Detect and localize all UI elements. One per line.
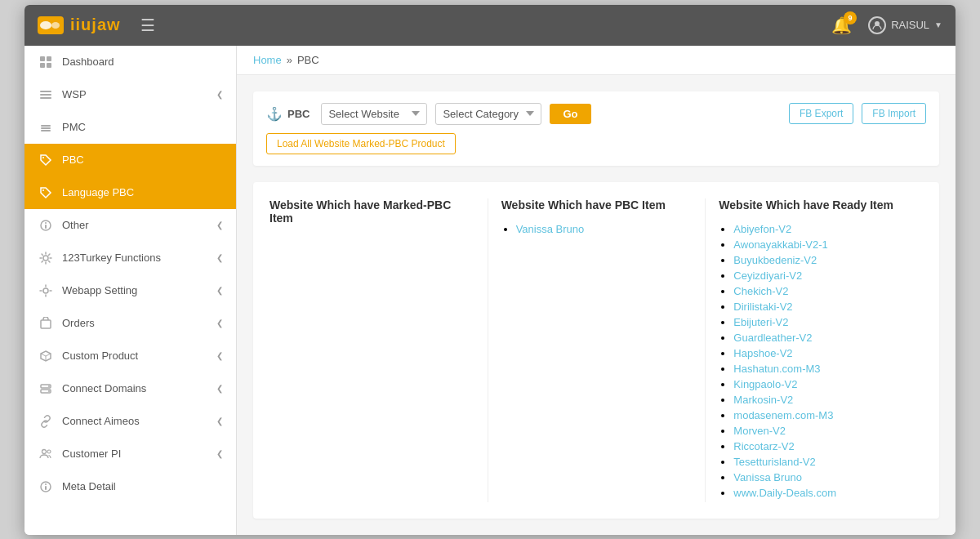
sidebar-item-pmc[interactable]: PMC bbox=[24, 111, 236, 144]
sidebar-item-123turkey[interactable]: 123Turkey Functions ❮ bbox=[24, 242, 236, 274]
user-chevron-icon: ▼ bbox=[934, 20, 942, 29]
col3-link[interactable]: Ceyizdiyari-V2 bbox=[733, 270, 802, 282]
svg-point-18 bbox=[43, 256, 48, 261]
sidebar-item-webapp-setting[interactable]: Webapp Setting ❮ bbox=[24, 274, 236, 307]
info-icon bbox=[38, 479, 54, 495]
col2-link[interactable]: Vanissa Bruno bbox=[516, 223, 585, 235]
sidebar-label-webapp: Webapp Setting bbox=[62, 284, 137, 296]
webapp-chevron-icon: ❮ bbox=[216, 286, 223, 295]
connect-domains-chevron-icon: ❮ bbox=[216, 384, 223, 393]
server-icon bbox=[38, 381, 54, 397]
sidebar-item-custom-product[interactable]: Custom Product ❮ bbox=[24, 340, 236, 372]
notification-badge: 9 bbox=[844, 11, 857, 24]
svg-point-24 bbox=[48, 390, 50, 392]
pbc-tag-icon: ⚓ bbox=[266, 106, 283, 122]
toolbar-row: ⚓ PBC Select Website Select Category Go … bbox=[253, 91, 939, 166]
list-item: www.Daily-Deals.com bbox=[733, 487, 923, 499]
svg-rect-10 bbox=[41, 125, 51, 127]
sidebar-label-connect-aimeos: Connect Aimeos bbox=[62, 415, 140, 427]
col3-link[interactable]: Buyukbedeniz-V2 bbox=[733, 254, 817, 266]
col3-link[interactable]: Vanissa Bruno bbox=[733, 471, 802, 483]
sidebar-item-pbc[interactable]: PBC bbox=[24, 144, 236, 176]
breadcrumb-home[interactable]: Home bbox=[253, 54, 282, 66]
svg-point-13 bbox=[42, 157, 44, 158]
svg-rect-20 bbox=[41, 320, 51, 328]
user-avatar bbox=[868, 16, 886, 34]
col3-link[interactable]: Markosin-V2 bbox=[733, 394, 793, 406]
sidebar-item-meta-detail[interactable]: Meta Detail bbox=[24, 470, 236, 503]
list-item: Buyukbedeniz-V2 bbox=[733, 254, 923, 266]
circle-icon bbox=[38, 217, 54, 234]
list-item: Abiyefon-V2 bbox=[733, 223, 923, 235]
svg-point-28 bbox=[45, 483, 47, 485]
svg-rect-11 bbox=[41, 127, 51, 129]
list-item: Tesetturisland-V2 bbox=[733, 456, 923, 468]
sidebar-item-customer-pi[interactable]: Customer PI ❮ bbox=[24, 438, 236, 470]
sidebar-label-customer-pi: Customer PI bbox=[62, 448, 121, 460]
sidebar-item-dashboard[interactable]: Dashboard bbox=[24, 46, 236, 78]
svg-point-0 bbox=[40, 21, 51, 29]
list-item: Dirilistaki-V2 bbox=[733, 301, 923, 313]
sidebar-label-pbc: PBC bbox=[62, 154, 84, 166]
sidebar-item-language-pbc[interactable]: Language PBC bbox=[24, 176, 236, 209]
svg-point-1 bbox=[51, 22, 60, 29]
list-item: Markosin-V2 bbox=[733, 394, 923, 406]
sidebar-label-meta-detail: Meta Detail bbox=[62, 480, 116, 492]
col3-title: Website Which have Ready Item bbox=[719, 198, 923, 212]
tag-icon-pbc bbox=[38, 152, 54, 168]
sidebar-item-orders[interactable]: Orders ❮ bbox=[24, 307, 236, 340]
col3-link[interactable]: Tesetturisland-V2 bbox=[733, 456, 815, 468]
col2-list: Vanissa Bruno bbox=[501, 223, 693, 235]
col3-link[interactable]: Dirilistaki-V2 bbox=[733, 301, 792, 313]
hamburger-icon[interactable]: ☰ bbox=[134, 12, 162, 38]
col3-link[interactable]: Ebijuteri-V2 bbox=[733, 316, 788, 328]
main-layout: Dashboard WSP ❮ PMC bbox=[24, 46, 956, 535]
col3-link[interactable]: Chekich-V2 bbox=[733, 285, 788, 297]
col3-link[interactable]: Hashatun.com-M3 bbox=[733, 363, 820, 375]
load-all-button[interactable]: Load All Website Marked-PBC Product bbox=[266, 133, 456, 154]
sidebar-item-connect-aimeos[interactable]: Connect Aimeos ❮ bbox=[24, 405, 236, 438]
website-select[interactable]: Select Website bbox=[321, 103, 427, 125]
list-item: Hashatun.com-M3 bbox=[733, 363, 923, 375]
svg-point-26 bbox=[47, 450, 51, 453]
logo-area: iiujaw bbox=[38, 16, 121, 34]
col3-link[interactable]: Awonayakkabi-V2-1 bbox=[733, 238, 827, 251]
list-item: Ceyizdiyari-V2 bbox=[733, 270, 923, 282]
sidebar-label-123turkey: 123Turkey Functions bbox=[62, 252, 161, 264]
tag2-icon bbox=[38, 185, 54, 201]
sidebar-item-other[interactable]: Other ❮ bbox=[24, 209, 236, 242]
list-icon bbox=[38, 87, 54, 103]
col3-link[interactable]: modasenem.com-M3 bbox=[733, 409, 833, 421]
list-item: Hapshoe-V2 bbox=[733, 347, 923, 359]
col-marked-pbc: Website Which have Marked-PBC Item bbox=[270, 198, 488, 502]
category-select[interactable]: Select Category bbox=[435, 103, 541, 125]
custom-product-chevron-icon: ❮ bbox=[216, 351, 223, 360]
sidebar-item-connect-domains[interactable]: Connect Domains ❮ bbox=[24, 372, 236, 405]
col3-link[interactable]: Hapshoe-V2 bbox=[733, 347, 792, 359]
sidebar-item-wsp[interactable]: WSP ❮ bbox=[24, 78, 236, 111]
svg-point-14 bbox=[42, 189, 44, 191]
breadcrumb-current: PBC bbox=[297, 54, 319, 66]
col3-link[interactable]: Guardleather-V2 bbox=[733, 332, 812, 344]
col3-link[interactable]: Riccotarz-V2 bbox=[733, 440, 794, 452]
go-button[interactable]: Go bbox=[550, 104, 590, 124]
topbar: iiujaw ☰ 🔔 9 RAISUL ▼ bbox=[24, 5, 956, 46]
col-pbc-item: Website Which have PBC Item Vanissa Brun… bbox=[488, 198, 706, 502]
svg-point-23 bbox=[48, 385, 50, 387]
svg-rect-8 bbox=[40, 94, 51, 96]
col3-link[interactable]: Abiyefon-V2 bbox=[733, 223, 791, 235]
user-area[interactable]: RAISUL ▼ bbox=[868, 16, 942, 34]
fb-export-button[interactable]: FB Export bbox=[789, 103, 853, 124]
col3-link[interactable]: www.Daily-Deals.com bbox=[733, 487, 836, 499]
sidebar-label-connect-domains: Connect Domains bbox=[62, 382, 146, 394]
notification-bell[interactable]: 🔔 9 bbox=[831, 16, 852, 35]
page-content: ⚓ PBC Select Website Select Category Go … bbox=[237, 75, 956, 535]
sidebar-label-dashboard: Dashboard bbox=[62, 56, 114, 68]
col3-link[interactable]: Morven-V2 bbox=[733, 425, 786, 437]
fb-import-button[interactable]: FB Import bbox=[862, 103, 926, 124]
svg-rect-29 bbox=[45, 486, 47, 490]
col3-link[interactable]: Kingpaolo-V2 bbox=[733, 378, 797, 390]
pbc-title-label: PBC bbox=[287, 108, 310, 120]
list-item: modasenem.com-M3 bbox=[733, 409, 923, 421]
sidebar-label-other: Other bbox=[62, 219, 89, 231]
